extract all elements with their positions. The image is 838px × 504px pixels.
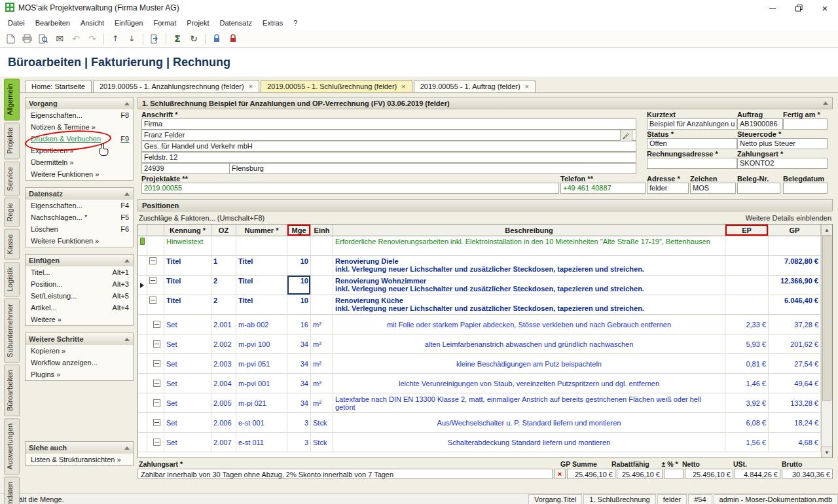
cell-oz[interactable]: 2.005 [211,393,236,413]
sidebar-item-weitere[interactable]: Weitere » [26,314,133,325]
close-tab-icon[interactable]: × [249,82,253,90]
row-selector[interactable] [138,276,147,295]
sidebar-item-position[interactable]: Position... Alt+3 [26,278,133,290]
cell-ep[interactable] [725,295,769,315]
cell-nummer[interactable]: e-st 011 [236,433,287,452]
cell-nummer[interactable]: Titel [236,295,287,315]
cell-mge[interactable]: 10 [287,295,311,315]
zahlungsart-text-field[interactable]: Zahlbar innerhalb von 30 Tagen ohne Abzu… [137,469,553,479]
cell-ep[interactable]: 5,93 € [725,334,769,354]
cell-ep[interactable]: 2,33 € [725,315,769,334]
sidebar-item-nachschlagen[interactable]: Nachschlagen... * F5 [26,211,133,223]
cell-mge[interactable]: 10 [287,256,311,276]
cell-kennung[interactable]: Set [164,315,211,334]
move-down-icon[interactable]: ↓ [124,31,139,46]
row-selector[interactable] [138,393,147,413]
header-kennung[interactable]: Kennung * [164,225,211,236]
cell-einh[interactable]: Stck [311,413,333,433]
menu-extras[interactable]: Extras [257,18,288,28]
cell-oz[interactable]: 2 [211,276,236,295]
cell-ep[interactable] [725,236,769,256]
collapse-icon[interactable] [823,101,828,105]
header-ep[interactable]: EP [725,225,769,236]
cell-gp[interactable]: 133,28 € [769,393,821,413]
module-tab-service[interactable]: Service [4,162,20,196]
table-row-set-2002[interactable]: Set 2.002 m-pvi 100 34 m² alten Leimfarb… [138,334,821,354]
cell-beschreibung[interactable]: Renovierung Wohnzimmer inkl. Verlegung n… [333,276,725,295]
belegdatum-field[interactable] [783,183,828,194]
menu-datensatz[interactable]: Datensatz [215,18,258,28]
module-tab-regie[interactable]: Regie [4,198,20,227]
city-field[interactable]: Flensburg [229,163,636,174]
cell-einh[interactable]: m² [311,315,333,334]
collapse-icon[interactable] [124,446,130,450]
expand-cell[interactable] [147,413,164,433]
collapse-box-icon[interactable] [149,257,156,264]
cell-oz[interactable]: 2.002 [211,334,236,354]
sidebar-item-eigenschaften[interactable]: Eigenschaften... F8 [26,109,133,121]
sidebar-item-kopieren[interactable]: Kopieren » [26,345,133,357]
close-button[interactable]: × [812,0,838,16]
module-tab-stammdaten[interactable]: Stammdaten [4,477,20,504]
cell-oz[interactable]: 2.007 [211,433,236,452]
cell-einh[interactable]: m² [311,334,333,354]
cell-oz[interactable]: 2.004 [211,374,236,393]
plusminus-value[interactable] [664,469,683,479]
table-row-set-2001[interactable]: Set 2.001 m-ab 002 16 m² mit Folie oder … [138,315,821,334]
cell-beschreibung[interactable]: mit Folie oder starkem Papier abdecken, … [333,315,725,334]
menu-datei[interactable]: Datei [3,18,30,28]
cell-mge[interactable]: 34 [287,393,311,413]
vertical-scrollbar[interactable]: ▲ ▼ [821,225,832,458]
row-selector[interactable] [138,256,147,276]
steuercode-field[interactable]: Netto plus Steuer [737,138,828,149]
print-icon[interactable] [19,31,35,46]
fertig-am-field[interactable] [783,118,828,130]
tab-anzahlungsrechnung[interactable]: 2019.00055 - 1. Anzahlungsrechnung (feld… [93,80,259,92]
cell-ep[interactable]: 1,46 € [725,374,769,393]
row-selector[interactable] [138,295,147,315]
expand-cell[interactable] [147,295,164,315]
sidebar-item-exportieren[interactable]: Exportieren » [26,145,133,156]
zip-field[interactable]: 24939 [141,163,230,174]
cell-nummer[interactable]: m-pvi 051 [236,354,287,374]
cell-mge[interactable]: 34 [287,374,311,393]
sidebar-item-plugins[interactable]: Plugins » [26,369,133,380]
expand-cell[interactable] [147,354,164,374]
cell-nummer[interactable] [236,236,287,256]
cell-einh[interactable] [311,236,333,256]
panel-header[interactable]: Siehe auch [26,442,133,454]
cell-beschreibung[interactable]: Latexfarbe nach DIN EN 13300 Klasse 2, m… [333,393,725,413]
cell-beschreibung[interactable]: kleine Beschädigungen am Putz beispachte… [333,354,725,374]
zahlungsart-field[interactable]: SKONTO2 [737,158,828,169]
minimize-button[interactable] [759,0,786,16]
address-line3-field[interactable]: Ges. für Handel und Verkehr mbH [141,141,636,152]
cell-kennung[interactable]: Titel [164,276,211,295]
sidebar-item-drucken-verbuchen[interactable]: Drucken & Verbuchen F9 [26,133,133,145]
cell-oz[interactable]: 2.006 [211,413,236,433]
scrollbar-thumb[interactable] [822,236,831,401]
cell-mge[interactable]: 16 [287,315,311,334]
expand-cell[interactable] [147,334,164,354]
menu-ansicht[interactable]: Ansicht [75,18,109,28]
row-selector[interactable] [138,236,147,256]
cell-kennung[interactable]: Set [164,433,211,452]
header-row-selector[interactable] [138,225,147,236]
cell-mge-active[interactable]: 10 [287,276,311,295]
table-row-titel-1[interactable]: Titel 1 Titel 10 Renovierung Diele inkl.… [138,256,821,276]
cell-nummer[interactable]: Titel [236,256,287,276]
module-tab-logistik[interactable]: Logistik [4,262,20,297]
cell-beschreibung[interactable]: Erforderliche Renovierungsarbeiten inkl.… [333,236,725,256]
weitere-details-link[interactable]: Weitere Details einblenden [746,214,831,222]
close-tab-icon[interactable]: × [525,82,529,90]
cell-mge[interactable]: 3 [287,413,311,433]
menu-format[interactable]: Format [148,18,181,28]
expand-cell[interactable] [147,276,164,295]
module-tab-allgemein[interactable]: Allgemein [4,79,20,120]
cell-gp[interactable]: 37,28 € [769,315,821,334]
sidebar-item-weitere-funktionen[interactable]: Weitere Funktionen » [26,168,133,180]
tab-schlussrechnung[interactable]: 2019.00055 - 1. Schlußrechnung (felder) … [261,80,412,92]
cell-beschreibung[interactable]: Renovierung Küche inkl. Verlegung neuer … [333,295,725,315]
cell-gp[interactable]: 18,24 € [769,413,821,433]
restore-button[interactable] [786,0,812,16]
module-tab-projekte[interactable]: Projekte [4,122,20,159]
